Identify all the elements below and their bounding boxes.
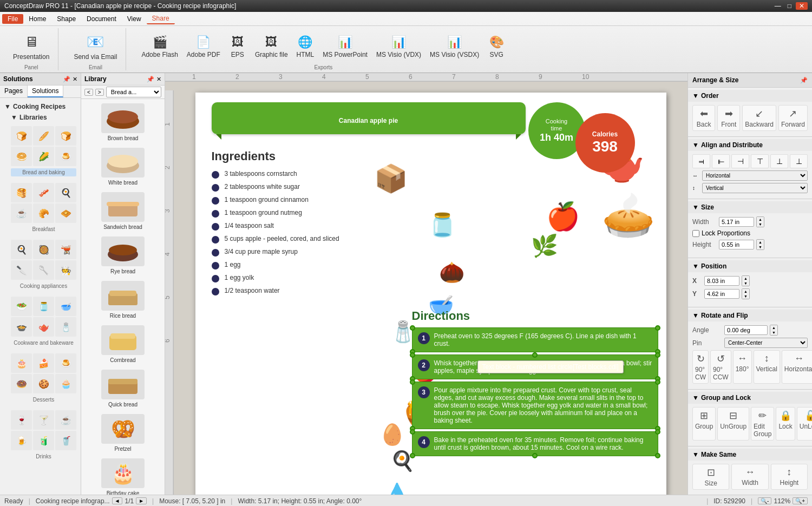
thumb-app-5[interactable]: 🥄 xyxy=(33,260,54,280)
maximize-button[interactable]: □ xyxy=(785,2,794,10)
canvas[interactable]: Canadian apple pie Cookingtime 1h 40m Ca… xyxy=(195,93,666,495)
forward-button[interactable]: ↗ Forward xyxy=(778,105,808,131)
align-v-select[interactable]: Vertical xyxy=(702,183,808,193)
same-height-button[interactable]: ↕ Height xyxy=(771,464,808,490)
height-spinner[interactable]: ▲ ▼ xyxy=(756,239,764,250)
thumb-breakfast-1[interactable]: 🥞 xyxy=(11,183,32,202)
height-input[interactable] xyxy=(719,240,754,249)
y-spinner[interactable]: ▲ ▼ xyxy=(742,288,750,299)
thumb-cw-5[interactable]: 🫖 xyxy=(33,317,54,337)
angle-input[interactable] xyxy=(724,325,768,335)
library-close-button[interactable]: ✕ xyxy=(156,76,161,83)
drinks-item[interactable]: 🍷 🍸 ☕ 🍺 🧃 🥤 Drinks xyxy=(9,407,78,462)
library-pin-button[interactable]: 📌 xyxy=(147,76,154,83)
align-header[interactable]: ▼ Align and Distribute xyxy=(688,139,812,151)
thumb-des-2[interactable]: 🍰 xyxy=(33,353,54,373)
make-same-header[interactable]: ▼ Make Same xyxy=(688,449,812,461)
align-bottom-button[interactable]: ⊥ xyxy=(790,154,808,168)
thumb-des-6[interactable]: 🧁 xyxy=(55,374,76,393)
same-size-button[interactable]: ⊡ Size xyxy=(692,464,729,490)
menu-shape[interactable]: Shape xyxy=(51,14,81,24)
thumb-drk-6[interactable]: 🥤 xyxy=(55,431,76,450)
powerpoint-button[interactable]: 📊 MS PowerPoint xyxy=(319,31,371,61)
solutions-tab-solutions[interactable]: Solutions xyxy=(28,86,63,97)
edit-group-button[interactable]: ✏ Edit Group xyxy=(751,407,774,441)
library-item-birthday-cake[interactable]: 🎂 Birthday cake xyxy=(83,456,162,495)
thumb-des-4[interactable]: 🍩 xyxy=(11,374,32,393)
rotate-header[interactable]: ▼ Rotate and Flip xyxy=(688,310,812,321)
y-down[interactable]: ▼ xyxy=(742,294,749,299)
svg-button[interactable]: 🎨 SVG xyxy=(484,31,508,61)
thumb-app-3[interactable]: 🫕 xyxy=(55,240,76,259)
close-button[interactable]: ✕ xyxy=(796,2,808,10)
eps-button[interactable]: 🖼 EPS xyxy=(226,31,250,61)
angle-spinner[interactable]: ▲ ▼ xyxy=(770,325,778,336)
cookware-item[interactable]: 🥗 🫙 🥣 🍲 🫖 🧂 Cookware and bakeware xyxy=(9,293,78,348)
ungroup-button[interactable]: ⊟ UnGroup xyxy=(717,407,749,441)
libraries-header[interactable]: ▼ Libraries xyxy=(9,112,78,123)
minimize-button[interactable]: — xyxy=(772,2,783,10)
thumb-bread-2[interactable]: 🥖 xyxy=(33,126,54,146)
group-button[interactable]: ⊞ Group xyxy=(692,407,716,441)
menu-document[interactable]: Document xyxy=(81,14,122,24)
graphic-button[interactable]: 🖼 Graphic file xyxy=(252,31,291,61)
x-spinner[interactable]: ▲ ▼ xyxy=(742,275,750,286)
flip-vertical-button[interactable]: ↕ Vertical xyxy=(754,350,780,384)
flash-button[interactable]: 🎬 Adobe Flash xyxy=(138,31,181,61)
library-item-cornbread[interactable]: Cornbread xyxy=(83,323,162,365)
thumb-bread-5[interactable]: 🌽 xyxy=(33,147,54,166)
unlock-button[interactable]: 🔓 UnLock xyxy=(797,407,812,441)
thumb-cw-4[interactable]: 🍲 xyxy=(11,317,32,337)
html-button[interactable]: 🌐 HTML xyxy=(293,31,318,61)
thumb-app-6[interactable]: 🧑‍🍳 xyxy=(55,260,76,280)
solutions-close-button[interactable]: ✕ xyxy=(73,76,77,83)
thumb-cw-2[interactable]: 🫙 xyxy=(33,297,54,316)
pin-select[interactable]: Center-Center xyxy=(724,338,808,348)
library-item-white-bread[interactable]: White bread xyxy=(83,146,162,188)
zoom-out-button[interactable]: 🔍- xyxy=(758,497,771,504)
visio-vsdx-button[interactable]: 📊 MS Visio (VSDX) xyxy=(427,31,482,61)
menu-home[interactable]: Home xyxy=(23,14,51,24)
thumb-app-1[interactable]: 🍳 xyxy=(11,240,32,259)
thumb-cw-1[interactable]: 🥗 xyxy=(11,297,32,316)
align-top-button[interactable]: ⊤ xyxy=(751,154,769,168)
align-middle-button[interactable]: ⊥ xyxy=(770,154,788,168)
library-item-pretzel[interactable]: 🥨 Pretzel xyxy=(83,412,162,454)
library-forward-button[interactable]: > xyxy=(95,89,104,96)
align-center-button[interactable]: ⫦ xyxy=(712,154,730,168)
thumb-bread-3[interactable]: 🍞 xyxy=(55,126,76,146)
front-button[interactable]: ➡ Front xyxy=(717,105,740,131)
rotate-90cw-button[interactable]: ↻ 90° CW xyxy=(692,350,709,384)
thumb-drk-2[interactable]: 🍸 xyxy=(33,410,54,430)
menu-view[interactable]: View xyxy=(122,14,147,24)
pdf-button[interactable]: 📄 Adobe PDF xyxy=(184,31,224,61)
thumb-des-5[interactable]: 🍪 xyxy=(33,374,54,393)
lock-proportions-checkbox[interactable] xyxy=(692,230,699,237)
breakfast-item[interactable]: 🥞 🥓 🍳 ☕ 🥐 🧇 Breakfast xyxy=(9,180,78,234)
send-email-button[interactable]: 📧 Send via Email xyxy=(70,29,120,63)
bread-baking-item[interactable]: 🍞 🥖 🍞 🥯 🌽 🍮 Bread and baking xyxy=(9,123,78,178)
y-up[interactable]: ▲ xyxy=(742,289,749,294)
desserts-item[interactable]: 🎂 🍰 🍮 🍩 🍪 🧁 Desserts xyxy=(9,350,78,405)
thumb-drk-5[interactable]: 🧃 xyxy=(33,431,54,450)
angle-up[interactable]: ▲ xyxy=(770,325,777,330)
library-item-rye-bread[interactable]: Rye bread xyxy=(83,234,162,277)
rotate-180-button[interactable]: ↔ 180° xyxy=(733,350,752,384)
flip-horizontal-button[interactable]: ↔ Horizontal xyxy=(782,350,812,384)
titlebar-controls[interactable]: — □ ✕ xyxy=(772,2,808,10)
cooking-appliances-item[interactable]: 🍳 🥘 🫕 🔪 🥄 🧑‍🍳 Cooking appliances xyxy=(9,236,78,291)
presentation-button[interactable]: 🖥 Presentation xyxy=(10,29,53,63)
menu-file[interactable]: File xyxy=(2,14,23,24)
position-header[interactable]: ▼ Position xyxy=(688,260,812,272)
width-down[interactable]: ▼ xyxy=(757,222,764,227)
solutions-tab-pages[interactable]: Pages xyxy=(0,86,28,97)
canvas-scroll[interactable]: Canadian apple pie Cookingtime 1h 40m Ca… xyxy=(174,82,687,495)
thumb-drk-1[interactable]: 🍷 xyxy=(11,410,32,430)
nav-next-button[interactable]: ► xyxy=(136,497,147,504)
thumb-drk-4[interactable]: 🍺 xyxy=(11,431,32,450)
library-item-quick-bread[interactable]: Quick bread xyxy=(83,367,162,410)
nav-prev-button[interactable]: ◄ xyxy=(112,497,123,504)
thumb-cw-3[interactable]: 🥣 xyxy=(55,297,76,316)
thumb-app-2[interactable]: 🥘 xyxy=(33,240,54,259)
zoom-in-button[interactable]: 🔍+ xyxy=(793,497,808,504)
